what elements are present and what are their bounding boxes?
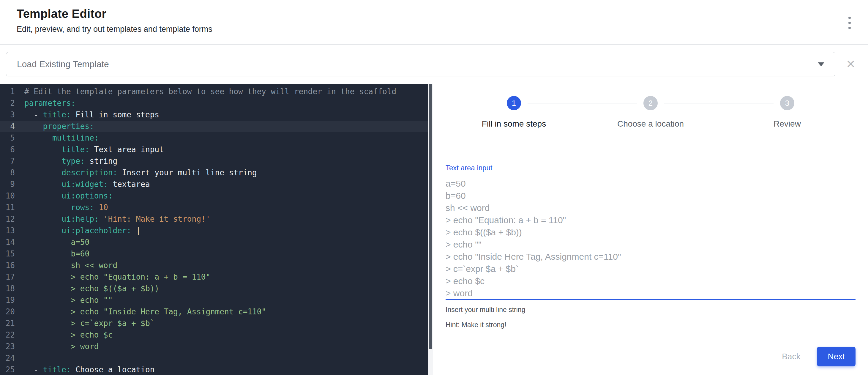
line-text: title: Text area input xyxy=(21,144,164,155)
step-circle: 1 xyxy=(507,96,521,110)
code-line[interactable]: 7 type: string xyxy=(0,155,428,167)
code-line[interactable]: 20 > echo "Inside Here Tag, Assignment c… xyxy=(0,306,428,318)
main-split: 1# Edit the template parameters below to… xyxy=(0,84,868,375)
line-text: > echo "" xyxy=(21,294,113,306)
code-line[interactable]: 24 xyxy=(0,352,428,364)
stepper-connector xyxy=(664,103,774,103)
line-text: sh << word xyxy=(21,260,117,271)
field-description: Insert your multi line string xyxy=(445,306,856,314)
code-line[interactable]: 15 b=60 xyxy=(0,248,428,260)
line-text: > word xyxy=(21,341,99,352)
kebab-menu-icon xyxy=(848,17,851,29)
stepper-step-2: 2Choose a location xyxy=(582,96,719,129)
line-number: 1 xyxy=(0,86,21,97)
line-number: 19 xyxy=(0,294,21,306)
line-text: > echo "Inside Here Tag, Assignment c=11… xyxy=(21,306,266,318)
multiline-textarea[interactable] xyxy=(445,174,856,300)
stepper-step-3: 3Review xyxy=(719,96,856,129)
code-line[interactable]: 14 a=50 xyxy=(0,237,428,248)
line-number: 16 xyxy=(0,260,21,271)
code-line[interactable]: 19 > echo "" xyxy=(0,294,428,306)
line-text: > echo $c xyxy=(21,329,113,341)
line-number: 21 xyxy=(0,318,21,329)
line-number: 24 xyxy=(0,352,21,364)
chevron-down-icon[interactable] xyxy=(818,62,824,66)
line-text: - title: Fill in some steps xyxy=(21,109,159,121)
line-number: 20 xyxy=(0,306,21,318)
line-text: type: string xyxy=(21,155,117,167)
line-number: 23 xyxy=(0,341,21,352)
code-line[interactable]: 13 ui:placeholder: | xyxy=(0,225,428,237)
line-number: 2 xyxy=(0,97,21,109)
line-number: 11 xyxy=(0,202,21,213)
page-header: Template Editor Edit, preview, and try o… xyxy=(0,0,868,44)
editor-scrollbar[interactable] xyxy=(428,84,433,375)
code-line[interactable]: 22 > echo $c xyxy=(0,329,428,341)
step-circle: 2 xyxy=(644,96,658,110)
scrollbar-thumb[interactable] xyxy=(429,84,432,349)
code-line[interactable]: 25 - title: Choose a location xyxy=(0,364,428,375)
line-text: properties: xyxy=(21,121,94,132)
code-line[interactable]: 2parameters: xyxy=(0,97,428,109)
line-text: a=50 xyxy=(21,237,89,248)
preview-panel: 1Fill in some steps2Choose a location3Re… xyxy=(433,84,868,375)
code-line[interactable]: 11 rows: 10 xyxy=(0,202,428,213)
line-number: 22 xyxy=(0,329,21,341)
line-text: # Edit the template parameters below to … xyxy=(21,86,396,97)
line-text: > echo "Equation: a + b = 110" xyxy=(21,271,210,283)
code-line[interactable]: 9 ui:widget: textarea xyxy=(0,179,428,190)
line-text: ui:placeholder: | xyxy=(21,225,141,237)
code-line[interactable]: 5 multiline: xyxy=(0,132,428,144)
line-text: ui:widget: textarea xyxy=(21,179,150,190)
code-line[interactable]: 21 > c=`expr $a + $b` xyxy=(0,318,428,329)
code-line[interactable]: 17 > echo "Equation: a + b = 110" xyxy=(0,271,428,283)
line-text: ui:options: xyxy=(21,190,113,202)
preview-form: Text area input Insert your multi line s… xyxy=(445,164,856,366)
line-number: 9 xyxy=(0,179,21,190)
stepper-steps: 1Fill in some steps2Choose a location3Re… xyxy=(445,96,856,129)
line-number: 12 xyxy=(0,213,21,225)
line-text: rows: 10 xyxy=(21,202,108,213)
line-number: 4 xyxy=(0,121,21,132)
code-line[interactable]: 6 title: Text area input xyxy=(0,144,428,155)
code-line[interactable]: 3 - title: Fill in some steps xyxy=(0,109,428,121)
code-line[interactable]: 4 properties: xyxy=(0,121,428,132)
editor-lines: 1# Edit the template parameters below to… xyxy=(0,86,428,375)
code-line[interactable]: 12 ui:help: 'Hint: Make it strong!' xyxy=(0,213,428,225)
code-line[interactable]: 18 > echo $(($a + $b)) xyxy=(0,283,428,294)
line-number: 10 xyxy=(0,190,21,202)
clear-template-button[interactable]: ✕ xyxy=(844,57,858,71)
page-title: Template Editor xyxy=(17,7,851,21)
code-line[interactable]: 8 description: Insert your multi line st… xyxy=(0,167,428,179)
line-number: 3 xyxy=(0,109,21,121)
line-number: 14 xyxy=(0,237,21,248)
template-select-row: Load Existing Template ✕ xyxy=(0,44,868,84)
textarea-field-label: Text area input xyxy=(445,164,856,172)
select-placeholder: Load Existing Template xyxy=(17,59,109,69)
step-circle: 3 xyxy=(780,96,794,110)
back-button[interactable]: Back xyxy=(779,348,803,366)
field-hint: Hint: Make it strong! xyxy=(445,321,856,329)
more-options-button[interactable] xyxy=(845,14,854,32)
line-text: description: Insert your multi line stri… xyxy=(21,167,257,179)
code-editor[interactable]: 1# Edit the template parameters below to… xyxy=(0,84,428,375)
load-template-select[interactable]: Load Existing Template xyxy=(6,52,835,76)
line-text: > c=`expr $a + $b` xyxy=(21,318,154,329)
line-number: 5 xyxy=(0,132,21,144)
next-button[interactable]: Next xyxy=(817,347,856,366)
stepper-step-1: 1Fill in some steps xyxy=(445,96,582,129)
stepper-connector xyxy=(528,103,637,103)
code-line[interactable]: 10 ui:options: xyxy=(0,190,428,202)
line-number: 7 xyxy=(0,155,21,167)
step-label: Review xyxy=(774,119,801,129)
close-icon: ✕ xyxy=(846,58,856,70)
line-text: > echo $(($a + $b)) xyxy=(21,283,159,294)
page-subtitle: Edit, preview, and try out templates and… xyxy=(17,25,851,34)
line-text: - title: Choose a location xyxy=(21,364,154,375)
line-number: 18 xyxy=(0,283,21,294)
code-line[interactable]: 16 sh << word xyxy=(0,260,428,271)
line-number: 25 xyxy=(0,364,21,375)
code-line[interactable]: 23 > word xyxy=(0,341,428,352)
code-line[interactable]: 1# Edit the template parameters below to… xyxy=(0,86,428,97)
step-label: Fill in some steps xyxy=(482,119,546,129)
